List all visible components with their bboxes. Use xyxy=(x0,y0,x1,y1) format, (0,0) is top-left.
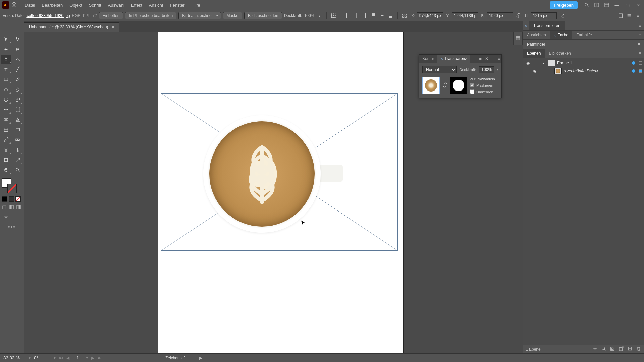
tab-bibliotheken[interactable]: Bibliotheken xyxy=(545,49,575,58)
arrange-documents-icon[interactable] xyxy=(593,1,600,9)
gradient-mode-icon[interactable] xyxy=(9,196,14,202)
layer-row[interactable]: ◉ ▾ Ebene 1 xyxy=(523,59,644,67)
layer-name[interactable]: <Verknüpfte Datei> xyxy=(564,69,598,73)
close-tab-icon[interactable]: ✕ xyxy=(111,25,115,29)
workspace-switcher-icon[interactable] xyxy=(603,1,610,9)
share-button[interactable]: Freigeben xyxy=(550,1,578,9)
transform-grid-icon[interactable] xyxy=(401,12,408,19)
w-field[interactable] xyxy=(487,12,513,19)
panel-menu-icon[interactable]: ≡ xyxy=(496,55,501,62)
menu-ansicht[interactable]: Ansicht xyxy=(146,0,167,10)
mask-thumbnail[interactable] xyxy=(450,77,467,94)
document-tab[interactable]: Unbenannt-1* @ 33,33 % (CMYK/Vorschau) ✕ xyxy=(24,22,119,32)
tab-ebenen[interactable]: Ebenen xyxy=(523,49,545,58)
menu-schrift[interactable]: Schrift xyxy=(86,0,105,10)
linked-filename[interactable]: coffee-983955_1920.jpg xyxy=(26,13,70,18)
artboard-next-icon[interactable]: ▶ xyxy=(91,356,94,360)
screen-mode-icon[interactable] xyxy=(1,211,11,220)
artboard-prev-icon[interactable]: ◀ xyxy=(66,356,69,360)
mask-button[interactable]: Maske xyxy=(223,12,242,19)
embed-button[interactable]: Einbetten xyxy=(99,12,123,19)
opacity-arrow-icon[interactable]: › xyxy=(497,67,498,72)
reference-point-icon[interactable] xyxy=(330,12,337,19)
panel-menu-icon[interactable]: ≡ xyxy=(635,12,641,19)
rotate-tool[interactable] xyxy=(1,95,11,104)
magic-wand-tool[interactable]: ✦ xyxy=(1,45,11,54)
panel-menu-icon[interactable]: ≡ xyxy=(636,31,644,39)
artboard-index[interactable]: 1 xyxy=(73,356,83,360)
search-icon[interactable] xyxy=(583,1,590,9)
home-icon[interactable] xyxy=(11,1,19,9)
fill-stroke-swatches[interactable] xyxy=(2,178,17,193)
none-mode-icon[interactable] xyxy=(15,196,21,202)
panel-menu-icon[interactable]: ≡ xyxy=(636,22,644,29)
artboard-dropdown-icon[interactable]: ▾ xyxy=(86,356,88,360)
layer-row[interactable]: ◉ <Verknüpfte Datei> xyxy=(523,67,644,75)
tab-ausrichten[interactable]: Ausrichten xyxy=(523,31,550,39)
selection-indicator[interactable] xyxy=(639,61,642,65)
shear-icon[interactable] xyxy=(559,12,566,19)
align-right-icon[interactable]: ▐ xyxy=(361,12,368,19)
zoom-dropdown-icon[interactable]: ▾ xyxy=(29,356,31,360)
zoom-tool[interactable] xyxy=(13,166,23,174)
layer-name[interactable]: Ebene 1 xyxy=(557,61,572,65)
menu-objekt[interactable]: Objekt xyxy=(66,0,86,10)
artboard-first-icon[interactable]: ⏮ xyxy=(59,356,63,360)
tab-kontur[interactable]: Kontur xyxy=(419,55,437,63)
status-play-icon[interactable]: ▶ xyxy=(199,356,202,360)
eraser-tool[interactable] xyxy=(13,85,23,94)
slice-tool[interactable] xyxy=(13,156,23,164)
window-maximize-icon[interactable]: ▢ xyxy=(624,1,631,9)
align-left-icon[interactable]: ▌ xyxy=(344,12,351,19)
locate-layer-icon[interactable] xyxy=(601,346,606,352)
tab-pathfinder[interactable]: Pathfinder ≡ xyxy=(523,40,644,49)
invert-checkbox[interactable]: Umkehren xyxy=(470,89,495,94)
selection-tool[interactable] xyxy=(1,35,11,44)
placed-image-frame[interactable] xyxy=(161,93,398,251)
hand-tool[interactable] xyxy=(1,166,11,174)
type-tool[interactable]: T xyxy=(1,65,11,74)
paintbrush-tool[interactable] xyxy=(13,75,23,84)
tab-farbhilfe[interactable]: Farbhilfe xyxy=(572,31,596,39)
align-hcenter-icon[interactable]: ┃ xyxy=(353,12,359,19)
y-field[interactable] xyxy=(452,12,478,19)
new-sublayer-icon[interactable] xyxy=(619,346,624,352)
draw-normal-icon[interactable]: ◻ xyxy=(2,204,8,208)
opacity-field[interactable] xyxy=(479,66,494,73)
pen-tool[interactable] xyxy=(1,55,11,64)
edit-in-photoshop-button[interactable]: In Photoshop bearbeiten xyxy=(125,12,176,19)
delete-layer-icon[interactable] xyxy=(636,346,641,352)
shaper-tool[interactable] xyxy=(1,85,11,94)
align-top-icon[interactable]: ▀ xyxy=(370,12,377,19)
release-mask-button[interactable]: Zurückwandeln xyxy=(470,77,495,81)
align-bottom-icon[interactable]: ▄ xyxy=(387,12,394,19)
doc-setup-icon[interactable] xyxy=(617,12,624,19)
menu-datei[interactable]: Datei xyxy=(21,0,38,10)
tab-transformieren[interactable]: Transformieren xyxy=(529,21,565,30)
column-graph-tool[interactable] xyxy=(13,145,23,154)
selection-indicator[interactable] xyxy=(639,69,642,73)
color-mode-icon[interactable] xyxy=(2,196,7,202)
clip-checkbox[interactable]: Maskieren xyxy=(470,83,495,87)
content-thumbnail[interactable] xyxy=(422,77,440,94)
x-field[interactable] xyxy=(417,12,443,19)
edit-toolbar-icon[interactable]: ••• xyxy=(0,224,24,230)
artboard-last-icon[interactable]: ⏭ xyxy=(98,356,102,360)
transparency-panel[interactable]: Kontur ◇Transparenz ◂▸ ✕ ≡ Normal Deckkr… xyxy=(419,54,502,98)
mesh-tool[interactable] xyxy=(1,125,11,134)
zoom-field[interactable] xyxy=(3,355,25,360)
shape-builder-tool[interactable] xyxy=(1,115,11,124)
panel-close-icon[interactable]: ✕ xyxy=(485,56,488,61)
tab-transparenz[interactable]: ◇Transparenz xyxy=(437,55,470,63)
menu-hilfe[interactable]: Hilfe xyxy=(188,0,204,10)
target-indicator-icon[interactable] xyxy=(632,69,635,73)
artboard-tool[interactable] xyxy=(1,156,11,164)
scale-tool[interactable] xyxy=(13,95,23,104)
disclosure-twist-icon[interactable]: ▾ xyxy=(541,61,546,65)
panel-menu-icon[interactable]: ≡ xyxy=(636,50,644,57)
preferences-icon[interactable] xyxy=(626,12,633,19)
visibility-eye-icon[interactable]: ◉ xyxy=(532,69,538,73)
new-layer-icon[interactable] xyxy=(627,346,633,352)
free-transform-tool[interactable] xyxy=(13,105,23,114)
target-indicator-icon[interactable] xyxy=(632,61,635,65)
